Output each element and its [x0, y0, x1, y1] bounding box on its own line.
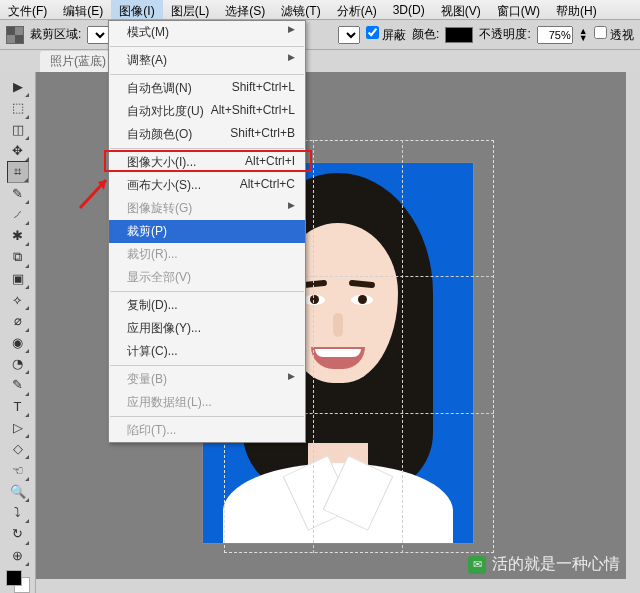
menu-滤镜[interactable]: 滤镜(T)	[273, 0, 328, 19]
tool-4[interactable]: ⌗	[7, 161, 29, 182]
tab-title: 照片(蓝底)	[50, 53, 106, 70]
tool-7[interactable]: ✱	[7, 225, 29, 246]
tool-17[interactable]: ◇	[7, 438, 29, 459]
tool-14[interactable]: ✎	[7, 374, 29, 395]
menu-bar: 文件(F)编辑(E)图像(I)图层(L)选择(S)滤镜(T)分析(A)3D(D)…	[0, 0, 640, 20]
opacity-stepper[interactable]: ▲▼	[579, 28, 588, 42]
tool-21[interactable]: ↻	[7, 523, 29, 544]
menu-item-显示全部V: 显示全部(V)	[109, 266, 305, 289]
menu-选择[interactable]: 选择(S)	[217, 0, 273, 19]
menu-文件[interactable]: 文件(F)	[0, 0, 55, 19]
menu-item-计算C[interactable]: 计算(C)...	[109, 340, 305, 363]
toolbox: ▶⬚◫✥⌗✎⟋✱⧉▣⟡⌀◉◔✎T▷◇☜🔍⤵↻⊕	[0, 72, 36, 593]
menu-item-复制D[interactable]: 复制(D)...	[109, 294, 305, 317]
watermark: ✉ 活的就是一种心情	[468, 554, 620, 575]
image-menu-dropdown: 模式(M)▶调整(A)▶自动色调(N)Shift+Ctrl+L自动对比度(U)A…	[108, 20, 306, 443]
color-label: 颜色:	[412, 26, 439, 43]
menu-item-自动对比度U[interactable]: 自动对比度(U)Alt+Shift+Ctrl+L	[109, 100, 305, 123]
tool-12[interactable]: ◉	[7, 332, 29, 353]
horizontal-scrollbar[interactable]	[36, 579, 640, 593]
menu-item-应用图像Y[interactable]: 应用图像(Y)...	[109, 317, 305, 340]
menu-图层[interactable]: 图层(L)	[163, 0, 218, 19]
document-tabs: 照片(蓝底) ✕	[0, 50, 640, 72]
shield-color-swatch[interactable]	[445, 27, 473, 43]
menu-item-调整A[interactable]: 调整(A)▶	[109, 49, 305, 72]
annotation-arrow	[76, 172, 116, 212]
aux-select[interactable]	[338, 26, 360, 44]
menu-图像[interactable]: 图像(I)	[111, 0, 162, 19]
menu-item-自动色调N[interactable]: 自动色调(N)Shift+Ctrl+L	[109, 77, 305, 100]
menu-item-陷印T: 陷印(T)...	[109, 419, 305, 442]
menu-item-变量B: 变量(B)▶	[109, 368, 305, 391]
menu-item-图像大小I[interactable]: 图像大小(I)...Alt+Ctrl+I	[109, 151, 305, 174]
menu-3d[interactable]: 3D(D)	[385, 0, 433, 19]
tool-3[interactable]: ✥	[7, 140, 29, 161]
wechat-icon: ✉	[468, 556, 486, 574]
menu-视图[interactable]: 视图(V)	[433, 0, 489, 19]
tool-0[interactable]: ▶	[7, 76, 29, 97]
tool-6[interactable]: ⟋	[7, 204, 29, 225]
vertical-scrollbar[interactable]	[626, 72, 640, 593]
opacity-input[interactable]	[537, 26, 573, 44]
tool-10[interactable]: ⟡	[7, 289, 29, 310]
menu-帮助[interactable]: 帮助(H)	[548, 0, 605, 19]
tool-20[interactable]: ⤵	[7, 502, 29, 523]
menu-item-应用数据组L: 应用数据组(L)...	[109, 391, 305, 414]
menu-item-自动颜色O[interactable]: 自动颜色(O)Shift+Ctrl+B	[109, 123, 305, 146]
tool-5[interactable]: ✎	[7, 183, 29, 204]
tool-16[interactable]: ▷	[7, 417, 29, 438]
tool-18[interactable]: ☜	[7, 459, 29, 480]
opacity-label: 不透明度:	[479, 26, 530, 43]
tool-15[interactable]: T	[7, 396, 29, 417]
tool-8[interactable]: ⧉	[7, 246, 29, 267]
menu-窗口[interactable]: 窗口(W)	[489, 0, 548, 19]
crop-icon	[6, 26, 24, 44]
options-bar: 裁剪区域: 屏蔽 颜色: 不透明度: ▲▼ 透视	[0, 20, 640, 50]
crop-area-select[interactable]	[87, 26, 109, 44]
perspective-checkbox[interactable]: 透视	[594, 26, 634, 44]
shield-checkbox[interactable]: 屏蔽	[366, 26, 406, 44]
tool-19[interactable]: 🔍	[7, 481, 29, 502]
tool-13[interactable]: ◔	[7, 353, 29, 374]
tool-9[interactable]: ▣	[7, 268, 29, 289]
tool-22[interactable]: ⊕	[7, 545, 29, 566]
menu-item-模式M[interactable]: 模式(M)▶	[109, 21, 305, 44]
tool-2[interactable]: ◫	[7, 119, 29, 140]
menu-item-裁剪P[interactable]: 裁剪(P)	[109, 220, 305, 243]
menu-item-画布大小S[interactable]: 画布大小(S)...Alt+Ctrl+C	[109, 174, 305, 197]
color-picker[interactable]	[6, 570, 30, 593]
tool-11[interactable]: ⌀	[7, 310, 29, 331]
tool-1[interactable]: ⬚	[7, 97, 29, 118]
crop-area-label: 裁剪区域:	[30, 26, 81, 43]
menu-分析[interactable]: 分析(A)	[329, 0, 385, 19]
menu-item-裁切R: 裁切(R)...	[109, 243, 305, 266]
menu-编辑[interactable]: 编辑(E)	[55, 0, 111, 19]
menu-item-图像旋转G: 图像旋转(G)▶	[109, 197, 305, 220]
